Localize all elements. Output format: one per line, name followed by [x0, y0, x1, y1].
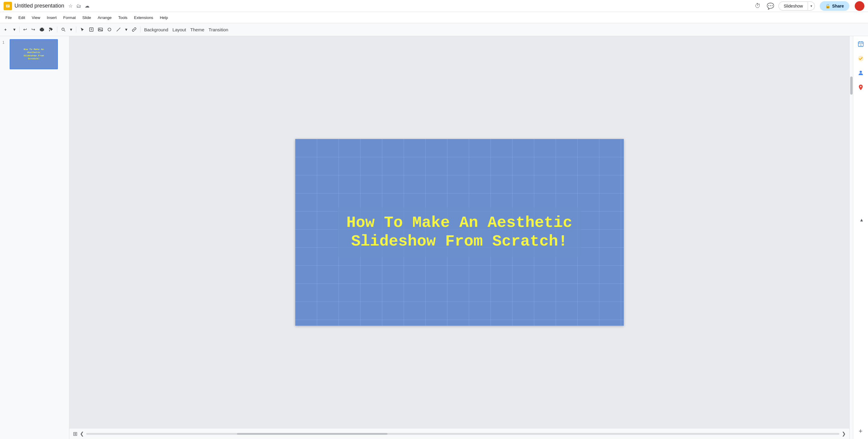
next-slide-button[interactable]: ❯ — [842, 431, 846, 437]
link-tool[interactable] — [130, 26, 138, 33]
svg-point-13 — [858, 56, 863, 61]
background-label: Background — [144, 27, 168, 32]
grid-view-button[interactable]: ⊞ — [73, 431, 78, 437]
slide-canvas[interactable]: How To Make An AestheticSlideshow From S… — [295, 139, 624, 326]
menu-slide[interactable]: Slide — [79, 14, 94, 21]
transition-button[interactable]: Transition — [207, 26, 230, 34]
svg-point-14 — [860, 71, 862, 73]
menu-help[interactable]: Help — [157, 14, 171, 21]
select-tool[interactable] — [87, 26, 96, 33]
slideshow-dropdown-button[interactable]: ▾ — [808, 2, 815, 10]
background-button[interactable]: Background — [142, 26, 170, 34]
line-dropdown[interactable]: ▾ — [123, 25, 129, 34]
zoom-dropdown[interactable]: ▾ — [68, 25, 74, 34]
cloud-icon[interactable]: ☁ — [84, 2, 90, 9]
slide-thumbnail-1[interactable]: How To Make An AestheticSlideshow From S… — [10, 39, 58, 69]
slideshow-button-container: Slideshow ▾ — [778, 1, 815, 10]
collapse-toolbar-button[interactable]: ▲ — [858, 215, 866, 224]
lock-icon: 🔒 — [825, 4, 830, 8]
sidebar-maps[interactable] — [855, 82, 866, 93]
svg-rect-6 — [90, 28, 93, 31]
menu-bar: File Edit View Insert Format Slide Arran… — [0, 12, 868, 23]
print-button[interactable] — [38, 26, 46, 33]
main-area: 1 How To Make An AestheticSlideshow From… — [0, 36, 868, 439]
share-button[interactable]: 🔒 Share — [820, 1, 849, 11]
sidebar-contacts[interactable] — [855, 67, 866, 78]
scrollbar-area — [86, 433, 839, 435]
star-icon[interactable]: ☆ — [68, 2, 73, 9]
add-button[interactable]: + — [2, 26, 11, 33]
svg-rect-2 — [7, 5, 9, 6]
sidebar-tasks[interactable] — [855, 53, 866, 64]
title-bar: Untitled presentation ☆ 🗂 ☁ ⏱ 💬 Slidesho… — [0, 0, 868, 12]
menu-file[interactable]: File — [2, 14, 15, 21]
theme-button[interactable]: Theme — [188, 26, 206, 34]
transition-label: Transition — [209, 27, 228, 32]
slideshow-button[interactable]: Slideshow — [779, 2, 808, 10]
svg-point-9 — [108, 28, 111, 31]
svg-line-10 — [117, 28, 120, 31]
scroll-thumb[interactable] — [850, 76, 852, 95]
app-icon — [4, 2, 12, 10]
toolbar: + ▾ ↩ ↪ ▾ ▾ Background Layout Theme Tra — [0, 23, 868, 36]
folder-icon[interactable]: 🗂 — [76, 3, 82, 9]
canvas-area: How To Make An AestheticSlideshow From S… — [69, 36, 849, 439]
cursor-tool[interactable] — [78, 26, 87, 33]
prev-slide-button[interactable]: ❮ — [80, 431, 84, 437]
line-tool[interactable] — [114, 26, 123, 33]
layout-label: Layout — [173, 27, 186, 32]
slide-number-1: 1 — [2, 40, 7, 44]
svg-point-5 — [62, 28, 64, 30]
slides-panel: 1 How To Make An AestheticSlideshow From… — [0, 36, 69, 439]
image-tool[interactable] — [96, 26, 104, 33]
svg-rect-1 — [6, 4, 10, 7]
menu-arrange[interactable]: Arrange — [95, 14, 115, 21]
layout-button[interactable]: Layout — [170, 26, 188, 34]
bottom-bar: ⊞ ❮ ❯ — [69, 428, 849, 439]
history-button[interactable]: ⏱ — [753, 1, 763, 11]
sidebar-calendar[interactable]: 31 — [855, 39, 866, 49]
doc-title: Untitled presentation — [14, 3, 64, 9]
menu-insert[interactable]: Insert — [44, 14, 60, 21]
slide-editor[interactable]: How To Make An AestheticSlideshow From S… — [69, 36, 849, 428]
slide-text-box[interactable]: How To Make An AestheticSlideshow From S… — [337, 207, 581, 257]
slide-item-1[interactable]: 1 How To Make An AestheticSlideshow From… — [2, 39, 67, 69]
menu-view[interactable]: View — [29, 14, 43, 21]
shape-tool[interactable] — [105, 26, 114, 33]
undo-button[interactable]: ↩ — [22, 25, 29, 34]
menu-edit[interactable]: Edit — [16, 14, 28, 21]
scrollbar-track — [86, 433, 839, 435]
svg-rect-3 — [7, 6, 8, 7]
slide-title: How To Make An AestheticSlideshow From S… — [346, 213, 572, 251]
add-icon: + — [859, 427, 863, 435]
svg-text:+: + — [4, 27, 7, 32]
avatar[interactable] — [855, 1, 864, 11]
right-scrollbar — [849, 36, 853, 439]
redo-button[interactable]: ↪ — [30, 25, 37, 34]
share-label: Share — [832, 4, 844, 8]
slide-thumb-title: How To Make An AestheticSlideshow From S… — [22, 48, 45, 61]
scroll-track — [849, 36, 853, 439]
comment-button[interactable]: 💬 — [765, 1, 776, 11]
svg-text:31: 31 — [860, 44, 862, 46]
theme-label: Theme — [190, 27, 205, 32]
zoom-button[interactable] — [59, 26, 67, 33]
add-dropdown[interactable]: ▾ — [11, 25, 18, 34]
right-sidebar: 31 + — [853, 36, 868, 439]
sidebar-add-button[interactable]: + — [855, 426, 866, 437]
paint-format-button[interactable] — [47, 26, 55, 33]
menu-extensions[interactable]: Extensions — [131, 14, 156, 21]
menu-format[interactable]: Format — [60, 14, 79, 21]
scrollbar-thumb[interactable] — [237, 433, 388, 435]
menu-tools[interactable]: Tools — [115, 14, 130, 21]
